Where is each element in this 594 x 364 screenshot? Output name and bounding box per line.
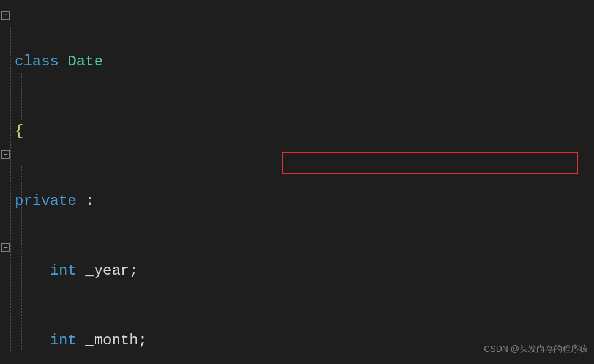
highlight-box: [282, 152, 578, 174]
type-int: int: [50, 262, 77, 279]
type-int: int: [50, 332, 77, 349]
indent-guide: [10, 27, 11, 351]
code-line: int _month;: [15, 329, 517, 352]
fold-toggle-print[interactable]: −: [1, 243, 10, 252]
keyword-class: class: [15, 53, 59, 70]
fold-toggle-ctor[interactable]: −: [1, 150, 10, 159]
brace-open: {: [15, 123, 23, 139]
code-line: int _year;: [15, 259, 517, 283]
watermark: CSDN @头发尚存的程序猿: [484, 337, 588, 360]
fold-toggle-class[interactable]: −: [1, 11, 10, 20]
code-line: class Date: [15, 50, 517, 73]
colon: :: [77, 193, 94, 209]
class-name: Date: [59, 53, 103, 70]
keyword-private: private: [15, 193, 77, 209]
member-year: _year;: [77, 262, 138, 279]
member-month: _month;: [77, 332, 147, 349]
code-line: private :: [15, 190, 517, 213]
code-line: {: [15, 120, 517, 143]
code-block: class Date { private : int _year; int _m…: [15, 4, 517, 364]
